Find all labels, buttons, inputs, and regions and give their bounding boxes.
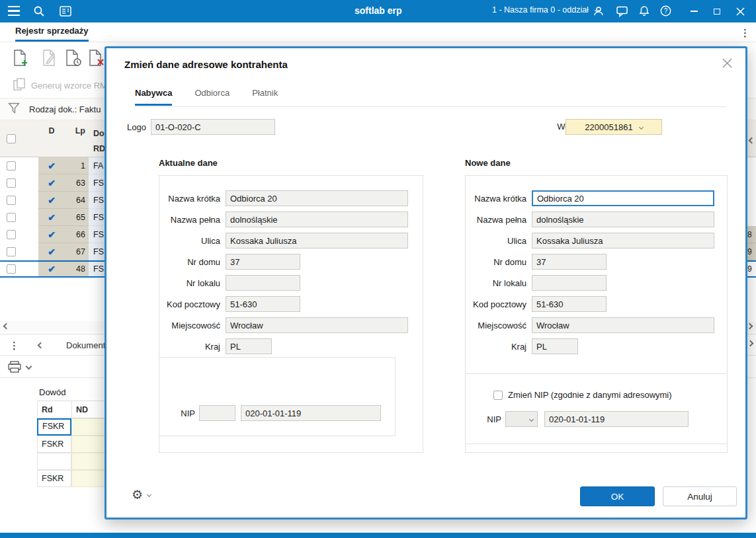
help-icon[interactable]: ?	[660, 5, 671, 17]
detail-cell-rd[interactable]: FSKR	[37, 470, 71, 487]
detail-cell-rd[interactable]	[37, 453, 71, 470]
tab-odbiorca[interactable]: Odbiorca	[194, 88, 230, 106]
module-tab-bar: Rejestr sprzedaży ⋮	[0, 22, 756, 42]
new-nr-lokalu-input[interactable]	[532, 275, 607, 291]
hamburger-menu-icon[interactable]	[8, 6, 20, 16]
check-icon: ✔	[48, 230, 56, 239]
change-nip-checkbox[interactable]	[493, 391, 503, 400]
logo-label: Logo	[106, 122, 146, 132]
kebab-menu-icon[interactable]: ⋮	[9, 340, 19, 350]
select-all-checkbox[interactable]	[7, 134, 16, 143]
detail-cell-rd[interactable]: FSKR	[37, 418, 71, 436]
field-label: Nr domu	[466, 257, 526, 267]
field-label: Nazwa krótka	[159, 194, 220, 204]
search-icon[interactable]	[33, 5, 45, 17]
check-icon: ✔	[48, 161, 56, 171]
new-kraj-input[interactable]	[532, 338, 578, 354]
new-nr-domu-input[interactable]	[532, 254, 607, 270]
logo-input[interactable]	[151, 119, 275, 135]
logo-row: Logo	[106, 119, 275, 135]
current-nip-prefix-input[interactable]	[199, 405, 235, 421]
version-dropdown[interactable]: 2200051861	[566, 119, 662, 135]
user-icon[interactable]	[593, 6, 604, 17]
row-checkbox[interactable]	[7, 161, 16, 171]
current-kraj-input[interactable]	[226, 338, 272, 354]
copy-documents-icon	[13, 78, 26, 93]
current-kod-pocztowy-input[interactable]	[226, 296, 300, 312]
news-panel-icon[interactable]	[60, 6, 71, 17]
current-nazwa-krotka-input[interactable]	[226, 190, 408, 206]
tab-nabywca[interactable]: Nabywca	[135, 88, 172, 106]
current-nip-box: NIP	[159, 357, 396, 436]
chevron-down-icon	[639, 124, 644, 129]
delete-document-button[interactable]	[88, 49, 105, 69]
new-kod-pocztowy-input[interactable]	[532, 296, 607, 312]
chat-icon[interactable]	[616, 6, 628, 17]
new-document-button[interactable]	[12, 49, 28, 69]
row-checkbox[interactable]	[7, 247, 16, 256]
current-nazwa-pelna-input[interactable]	[226, 211, 408, 227]
kebab-menu-icon[interactable]: ⋮	[740, 28, 750, 38]
col-header-d[interactable]: D	[38, 120, 65, 157]
company-selector-label: 1 - Nasza firma 0 - oddział	[492, 5, 589, 15]
cancel-button[interactable]: Anuluj	[663, 486, 737, 506]
chevron-down-icon	[147, 492, 151, 497]
edit-document-button[interactable]	[41, 49, 57, 69]
printer-icon[interactable]	[8, 361, 21, 375]
row-checkbox[interactable]	[7, 213, 16, 222]
dialog-settings-button[interactable]: ⚙	[132, 488, 151, 501]
cell-edge: 8	[747, 226, 756, 243]
field-label: Nazwa krótka	[466, 194, 526, 204]
filter-label: Rodzaj dok.: Faktu	[29, 104, 101, 114]
detail-cell-nd[interactable]	[71, 470, 106, 487]
dialog-close-icon[interactable]	[722, 58, 732, 70]
col-header-rd[interactable]: Rd	[37, 401, 71, 418]
new-nip-input[interactable]	[544, 411, 689, 427]
tab-dokument[interactable]: Dokument	[66, 340, 105, 350]
row-checkbox[interactable]	[7, 196, 16, 205]
nip-prefix-dropdown[interactable]	[505, 411, 538, 427]
current-ulica-input[interactable]	[226, 233, 408, 249]
field-label: Nazwa pełna	[466, 215, 526, 225]
row-checkbox[interactable]	[7, 178, 16, 188]
new-ulica-input[interactable]	[532, 233, 714, 249]
cell-lp: 64	[65, 192, 89, 209]
bell-icon[interactable]	[639, 5, 650, 17]
cell-lp: 48	[65, 262, 89, 276]
tab-platnik[interactable]: Płatnik	[252, 88, 278, 106]
app-name: softlab erp	[355, 5, 402, 16]
ok-button[interactable]: OK	[580, 486, 655, 506]
new-miejscowosc-input[interactable]	[532, 317, 714, 333]
detail-cell-nd[interactable]	[71, 418, 106, 436]
detail-cell-nd[interactable]	[71, 453, 106, 470]
col-header-nd[interactable]: ND	[71, 401, 106, 418]
maximize-button[interactable]	[707, 0, 727, 22]
current-nr-domu-input[interactable]	[226, 254, 300, 270]
row-checkbox[interactable]	[7, 264, 16, 274]
new-nip-box: Zmień NIP (zgodnie z danymi adresowymi) …	[465, 373, 728, 444]
detail-cell-rd[interactable]: FSKR	[37, 436, 71, 453]
new-nazwa-pelna-input[interactable]	[532, 211, 714, 227]
document-info-button[interactable]	[65, 49, 82, 69]
chevron-left-icon[interactable]	[38, 342, 44, 349]
row-checkbox[interactable]	[7, 230, 16, 239]
tab-rejestr-sprzedazy[interactable]: Rejestr sprzedaży	[15, 26, 89, 42]
close-window-button[interactable]	[730, 0, 750, 22]
minimize-button[interactable]	[684, 0, 704, 22]
cell-edge	[747, 174, 756, 192]
detail-cell-nd[interactable]	[71, 436, 106, 453]
new-nazwa-krotka-input[interactable]	[532, 190, 714, 206]
current-nr-lokalu-input[interactable]	[226, 275, 300, 291]
check-icon: ✔	[48, 247, 56, 256]
check-icon: ✔	[48, 178, 56, 188]
current-miejscowosc-input[interactable]	[226, 317, 408, 333]
field-label: Ulica	[159, 236, 220, 246]
change-address-dialog: Zmień dane adresowe kontrahenta Nabywca …	[105, 46, 747, 519]
company-selector[interactable]: 1 - Nasza firma 0 - oddział	[492, 5, 599, 15]
cell-edge	[747, 157, 756, 174]
printer-options-chevron-icon[interactable]	[26, 364, 32, 370]
field-label: Nr lokalu	[159, 278, 220, 288]
col-header-lp[interactable]: Lp	[65, 120, 89, 157]
cell-lp: 67	[65, 243, 89, 260]
current-nip-input[interactable]	[241, 405, 381, 421]
